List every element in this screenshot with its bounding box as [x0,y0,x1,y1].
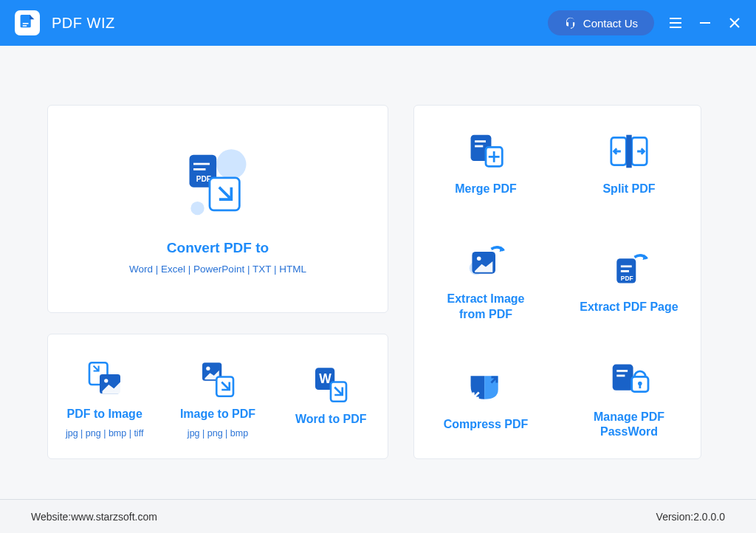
headset-icon [564,16,577,30]
svg-rect-37 [613,364,633,390]
svg-rect-4 [670,22,681,24]
svg-rect-10 [193,162,210,165]
hamburger-icon [670,18,681,28]
svg-point-16 [104,379,108,382]
image-to-pdf-tile[interactable]: Image to PDF jpg | png | bmp [161,334,274,458]
merge-pdf-icon [464,131,508,171]
close-icon [729,18,740,28]
minimize-icon [700,18,710,28]
app-title: PDF WIZ [52,15,115,32]
main-content: PDF Convert PDF to Word | Excel | PowerP… [0,46,756,489]
tile-title: Image to PDF [180,408,255,421]
extract-image-tile[interactable]: Extract Image from PDF [414,223,557,340]
window-controls [669,16,741,30]
pdf-to-image-icon [84,359,126,400]
version-value: 2.0.0.0 [693,511,725,523]
svg-rect-25 [475,145,483,148]
svg-rect-11 [193,168,206,171]
image-to-pdf-icon [197,359,238,400]
manage-pdf-password-tile[interactable]: Manage PDF PassWord [557,341,701,458]
split-pdf-icon [607,131,651,171]
merge-pdf-tile[interactable]: Merge PDF [414,106,557,223]
svg-rect-1 [23,23,29,24]
version-label: Version: [656,511,694,523]
menu-button[interactable] [669,16,682,30]
tile-title: Split PDF [602,182,655,197]
svg-rect-38 [616,370,628,372]
svg-text:W: W [320,371,332,386]
convert-pdf-icon: PDF [177,144,258,225]
extract-image-icon [464,241,508,281]
close-button[interactable] [728,16,741,30]
svg-point-18 [206,367,210,371]
split-pdf-tile[interactable]: Split PDF [557,106,701,223]
svg-rect-6 [700,22,710,24]
svg-point-7 [216,149,246,179]
app-logo [15,10,40,35]
tools-grid: Merge PDF Split PDF [413,105,701,459]
tile-title: Extract PDF Page [580,300,678,315]
svg-rect-24 [475,140,486,142]
tile-title: Merge PDF [455,182,517,197]
footer: Website: www.starzsoft.com Version: 2.0.… [0,499,756,533]
compress-pdf-icon [464,367,508,407]
convert-subtitle: Word | Excel | PowerPoint | TXT | HTML [129,264,306,275]
tile-title: PDF to Image [67,408,142,421]
pdf-to-image-tile[interactable]: PDF to Image jpg | png | bmp | tiff [48,334,161,458]
svg-rect-42 [639,384,641,388]
svg-rect-39 [616,374,625,376]
extract-pdf-page-tile[interactable]: PDF Extract PDF Page [557,223,701,340]
svg-rect-34 [621,265,632,267]
compress-pdf-tile[interactable]: Compress PDF [414,341,557,458]
tile-title: Word to PDF [295,413,367,426]
svg-rect-35 [621,270,629,272]
word-to-pdf-tile[interactable]: W Word to PDF [275,334,388,458]
svg-rect-5 [670,27,681,28]
convert-pdf-to-card[interactable]: PDF Convert PDF to Word | Excel | PowerP… [47,105,388,313]
website-link[interactable]: www.starzsoft.com [71,511,157,523]
tile-subtitle: jpg | png | bmp [188,428,248,439]
word-to-pdf-icon: W [310,364,351,405]
tile-title: Compress PDF [444,417,529,433]
svg-point-32 [477,257,481,261]
svg-rect-2 [23,25,27,27]
minimize-button[interactable] [698,16,712,30]
row-cards: PDF to Image jpg | png | bmp | tiff Imag… [47,334,388,459]
tile-title: Extract Image from PDF [447,292,525,323]
tile-subtitle: jpg | png | bmp | tiff [66,428,143,439]
svg-text:PDF: PDF [621,274,633,281]
website-label: Website: [31,511,71,523]
convert-title: Convert PDF to [167,240,269,256]
tile-title: Manage PDF PassWord [594,410,664,441]
svg-point-8 [190,201,204,214]
contact-us-button[interactable]: Contact Us [548,10,654,35]
svg-rect-3 [670,18,681,19]
title-bar: PDF WIZ Contact Us [0,0,756,46]
svg-rect-29 [626,135,631,168]
extract-pdf-page-icon: PDF [607,250,651,289]
manage-pdf-password-icon [607,360,651,399]
